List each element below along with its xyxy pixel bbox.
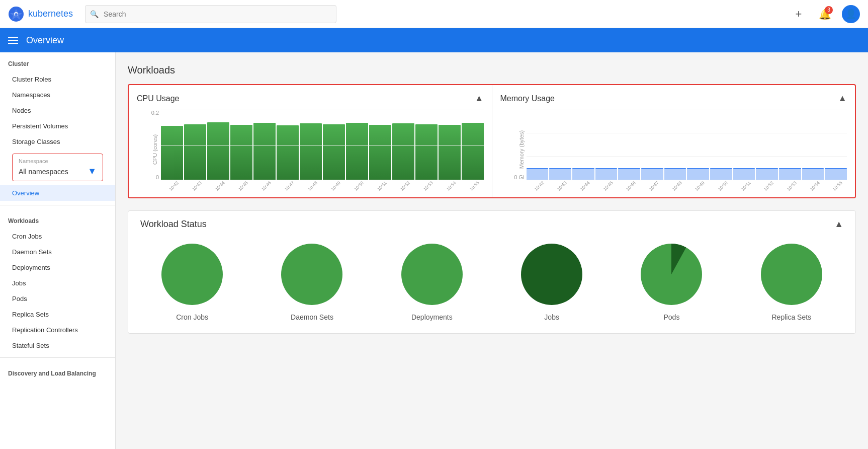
memory-chart-body: 0 Gi Memory (bytes) 10:4210:4310:	[500, 110, 847, 189]
sidebar-item-replica-sets[interactable]: Replica Sets	[0, 307, 115, 322]
k8s-logo-icon: ⎈	[8, 6, 24, 22]
workloads-section-title: Workloads	[0, 209, 115, 229]
pie-chart-0	[159, 242, 225, 307]
namespace-label: Namespace	[19, 158, 97, 164]
svg-point-8	[761, 244, 822, 305]
cpu-bar-6	[300, 123, 322, 180]
namespace-box[interactable]: Namespace All namespaces ▼	[12, 154, 103, 181]
cpu-bar-2	[207, 122, 229, 180]
memory-bars-area: 10:4210:4310:4410:4510:4610:4710:4810:49…	[527, 110, 847, 189]
pie-label-0: Cron Jobs	[176, 313, 208, 321]
main-content: Workloads CPU Usage ▲ 0.2 0 CPU (cores)	[116, 52, 868, 449]
cpu-bar-8	[346, 123, 368, 180]
notification-badge: 3	[825, 6, 833, 14]
namespace-value: All namespaces	[19, 168, 68, 176]
cpu-bar-4	[253, 123, 276, 180]
mem-grid-1	[527, 133, 847, 133]
pie-label-5: Replica Sets	[772, 313, 812, 321]
pie-item-replica-sets: Replica Sets	[759, 242, 824, 321]
notifications-button[interactable]: 🔔 3	[816, 5, 834, 23]
sidebar-item-deployments[interactable]: Deployments	[0, 260, 115, 275]
memory-chart-title: Memory Usage	[500, 94, 555, 103]
pie-chart-1	[279, 242, 344, 307]
add-button[interactable]: +	[790, 5, 808, 23]
workload-status-card: Workload Status ▲ Cron JobsDaemon SetsDe…	[128, 210, 856, 334]
cpu-bar-13	[462, 123, 484, 180]
header-title: Overview	[26, 35, 64, 46]
cpu-grid-top	[161, 110, 484, 110]
cpu-bar-10	[392, 123, 414, 180]
cpu-chart-body: 0.2 0 CPU (cores) 10:4210:4310:4410:	[137, 110, 484, 189]
workload-status-title: Workload Status	[140, 219, 207, 230]
sidebar-item-replication-controllers[interactable]: Replication Controllers	[0, 322, 115, 338]
pie-item-deployments: Deployments	[399, 242, 465, 321]
cpu-chart-panel: CPU Usage ▲ 0.2 0 CPU (cores)	[129, 85, 492, 197]
sidebar-item-storage-classes[interactable]: Storage Classes	[0, 134, 115, 149]
brand-name: kubernetes	[28, 9, 73, 19]
hamburger-line-2	[8, 40, 18, 41]
sidebar-item-cron-jobs[interactable]: Cron Jobs	[0, 229, 115, 244]
namespace-selector-wrapper: Namespace All namespaces ▼	[6, 154, 109, 181]
cpu-bars-area: 10:4210:4310:4410:4510:4610:4710:4810:49…	[161, 110, 484, 189]
sidebar-item-cluster-roles[interactable]: Cluster Roles	[0, 71, 115, 87]
cpu-bar-12	[439, 125, 461, 180]
sidebar-item-pods[interactable]: Pods	[0, 291, 115, 307]
sidebar-item-nodes[interactable]: Nodes	[0, 103, 115, 118]
hamburger-line-1	[8, 37, 18, 38]
search-icon: 🔍	[90, 10, 99, 18]
plus-icon: +	[796, 8, 802, 21]
cpu-bar-7	[323, 124, 345, 180]
profile-button[interactable]: 👤	[842, 5, 860, 23]
cpu-bar-3	[230, 125, 252, 180]
cpu-bar-11	[415, 124, 438, 180]
profile-icon: 👤	[845, 9, 856, 20]
svg-point-3	[161, 244, 223, 305]
search-input[interactable]	[85, 5, 336, 23]
cpu-y-bottom: 0	[156, 174, 159, 180]
cpu-bars	[161, 110, 484, 180]
cpu-chart-header: CPU Usage ▲	[137, 93, 484, 104]
cpu-bar-9	[369, 125, 391, 180]
sidebar-item-daemon-sets[interactable]: Daemon Sets	[0, 244, 115, 260]
cpu-chart-title: CPU Usage	[137, 94, 179, 103]
menu-button[interactable]	[8, 37, 18, 44]
top-nav: ⎈ kubernetes 🔍 + 🔔 3 👤	[0, 0, 868, 28]
workload-pies: Cron JobsDaemon SetsDeploymentsJobs Pods…	[140, 242, 843, 321]
svg-point-5	[401, 244, 463, 305]
sidebar-divider-2	[0, 357, 115, 358]
namespace-select-row: All namespaces ▼	[19, 166, 97, 177]
svg-point-4	[281, 244, 342, 305]
pie-item-pods: Pods	[639, 242, 704, 321]
cpu-bar-0	[161, 126, 183, 180]
memory-chart-panel: Memory Usage ▲ 0 Gi Memory (bytes)	[492, 85, 855, 197]
header-bar: Overview	[0, 28, 868, 52]
sidebar-item-stateful-sets[interactable]: Stateful Sets	[0, 338, 115, 353]
logo-area: ⎈ kubernetes	[8, 6, 73, 22]
memory-y-bottom: 0 Gi	[514, 174, 524, 180]
pie-item-daemon-sets: Daemon Sets	[279, 242, 344, 321]
main-layout: Cluster Cluster Roles Namespaces Nodes P…	[0, 52, 868, 449]
memory-bars	[527, 110, 847, 180]
cpu-bar-5	[277, 125, 299, 180]
workload-status-header: Workload Status ▲	[140, 219, 843, 230]
pie-chart-5	[759, 242, 824, 307]
cpu-grid-mid	[161, 145, 484, 145]
pie-chart-2	[399, 242, 465, 307]
workload-status-collapse-button[interactable]: ▲	[834, 219, 843, 230]
cluster-section-title: Cluster	[0, 52, 115, 71]
sidebar-item-overview[interactable]: Overview	[0, 185, 115, 201]
sidebar-item-namespaces[interactable]: Namespaces	[0, 87, 115, 103]
memory-chart-collapse-button[interactable]: ▲	[838, 93, 847, 104]
memory-x-labels: 10:4210:4310:4410:4510:4610:4710:4810:49…	[527, 184, 847, 189]
sidebar-item-jobs[interactable]: Jobs	[0, 275, 115, 291]
cpu-bar-1	[184, 124, 206, 180]
sidebar-item-persistent-volumes[interactable]: Persistent Volumes	[0, 118, 115, 134]
pie-label-3: Jobs	[544, 313, 559, 321]
pie-label-4: Pods	[664, 313, 680, 321]
pie-label-1: Daemon Sets	[291, 313, 333, 321]
search-area: 🔍	[85, 5, 336, 23]
workloads-section-title: Workloads	[128, 64, 856, 76]
cpu-chart-collapse-button[interactable]: ▲	[475, 93, 484, 104]
memory-y-axis-label: Memory (bytes)	[518, 130, 525, 169]
pie-item-jobs: Jobs	[519, 242, 584, 321]
